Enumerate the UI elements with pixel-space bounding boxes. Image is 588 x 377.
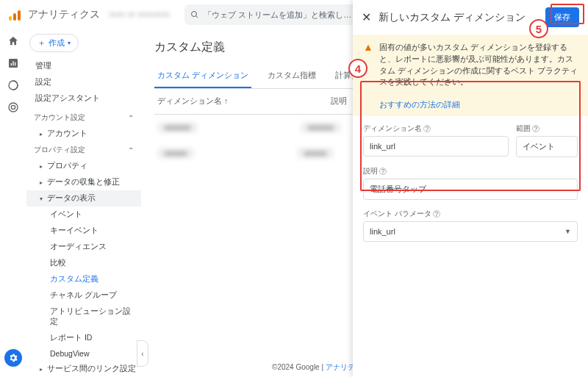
chevron-up-icon: ⌃: [128, 146, 134, 154]
create-label: 作成: [49, 37, 65, 49]
tab-custom-dimensions[interactable]: カスタム ディメンション: [154, 64, 251, 88]
sidebar-item-audiences[interactable]: オーディエンス: [26, 239, 141, 255]
admin-gear-button[interactable]: [4, 349, 22, 367]
help-icon[interactable]: ?: [379, 168, 387, 175]
sidebar-item-data-collection[interactable]: ▸データの収集と修正: [26, 174, 141, 190]
panel-title: 新しいカスタム ディメンション: [379, 11, 538, 24]
advertising-icon[interactable]: [7, 101, 19, 113]
col-header-desc[interactable]: 説明: [331, 96, 347, 107]
sidebar-item-debugview[interactable]: DebugView: [26, 346, 141, 361]
svg-point-8: [11, 105, 15, 109]
search-placeholder: 「ウェブ ストリームを追加」と検索し…: [204, 10, 351, 21]
home-icon[interactable]: [7, 35, 19, 47]
sidebar-item-report-id[interactable]: レポート ID: [26, 330, 141, 346]
account-breadcrumb[interactable]: ーー ー ーーーー: [109, 10, 170, 21]
sidebar-item-key-events[interactable]: キーイベント: [26, 223, 141, 239]
new-dimension-panel: ✕ 新しいカスタム ディメンション 保存 ▲ 固有の値が多いカスタム ディメンシ…: [353, 0, 588, 377]
collapse-sidebar-button[interactable]: ‹: [137, 340, 148, 367]
sidebar-item-channel-groups[interactable]: チャネル グループ: [26, 287, 141, 304]
label-dimension-name: ディメンション名?: [363, 123, 509, 134]
sidebar-item-property[interactable]: ▸プロパティ: [26, 158, 141, 174]
svg-rect-5: [15, 62, 15, 66]
sidebar-item-custom-definitions[interactable]: カスタム定義: [26, 271, 141, 287]
sidebar-item-compare[interactable]: 比較: [26, 255, 141, 271]
chevron-up-icon: ⌃: [128, 114, 134, 122]
sidebar-item-attribution[interactable]: アトリビューション設定: [26, 304, 141, 330]
svg-point-0: [192, 12, 197, 17]
help-icon[interactable]: ?: [433, 210, 440, 218]
section-account[interactable]: アカウント設定 ⌃: [26, 109, 141, 126]
svg-rect-3: [11, 63, 12, 65]
explore-icon[interactable]: [7, 79, 19, 91]
save-button[interactable]: 保存: [545, 7, 579, 27]
svg-point-7: [9, 103, 18, 112]
tab-custom-metrics[interactable]: カスタム指標: [265, 64, 319, 88]
help-icon[interactable]: ?: [423, 125, 431, 132]
select-scope[interactable]: イベント: [516, 136, 578, 157]
input-description[interactable]: 電話番号タップ: [363, 179, 578, 200]
search-icon: [190, 10, 199, 19]
close-icon[interactable]: ✕: [362, 10, 371, 24]
section-property[interactable]: プロパティ設定 ⌃: [26, 142, 141, 158]
warning-text: 固有の値が多いカスタム ディメンションを登録すると、レポートに悪影響が及ぶ可能性…: [379, 42, 578, 88]
chevron-down-icon: ▼: [564, 228, 571, 235]
select-event-parameter[interactable]: link_url ▼: [363, 221, 578, 242]
label-event-parameter: イベント パラメータ?: [363, 209, 578, 219]
col-header-name[interactable]: ディメンション名 ↑: [157, 96, 228, 107]
plus-icon: ＋: [37, 37, 46, 49]
warning-icon: ▲: [363, 42, 373, 52]
sidebar-item-account[interactable]: ▸アカウント: [26, 126, 141, 142]
product-name: アナリティクス: [28, 8, 100, 21]
search-input[interactable]: 「ウェブ ストリームを追加」と検索し…: [184, 4, 376, 25]
sidebar-item-admin[interactable]: 管理: [32, 58, 135, 74]
annotation-callout-5: 5: [529, 19, 548, 38]
input-dimension-name[interactable]: link_url: [363, 136, 509, 157]
sidebar-item-events[interactable]: イベント: [26, 207, 141, 223]
create-button[interactable]: ＋ 作成 ▾: [29, 34, 79, 52]
label-scope: 範囲?: [516, 123, 578, 134]
label-description: 説明?: [363, 166, 578, 176]
sidebar-item-data-display[interactable]: ▾データの表示: [26, 190, 141, 207]
sidebar-item-settings[interactable]: 設定: [32, 74, 135, 90]
best-practice-link[interactable]: おすすめの方法の詳細: [353, 96, 588, 116]
annotation-callout-4: 4: [348, 59, 368, 78]
reports-icon[interactable]: [7, 57, 19, 69]
ga-logo: [4, 9, 25, 21]
sidebar-item-service-links[interactable]: ▸サービス間のリンク設定: [26, 361, 141, 377]
help-icon[interactable]: ?: [532, 125, 539, 132]
warning-banner: ▲ 固有の値が多いカスタム ディメンションを登録すると、レポートに悪影響が及ぶ可…: [353, 35, 588, 96]
sidebar-item-setup-assistant[interactable]: 設定アシスタント: [32, 90, 135, 107]
svg-rect-4: [12, 61, 13, 65]
svg-line-1: [196, 16, 198, 18]
chevron-down-icon: ▾: [68, 40, 71, 46]
